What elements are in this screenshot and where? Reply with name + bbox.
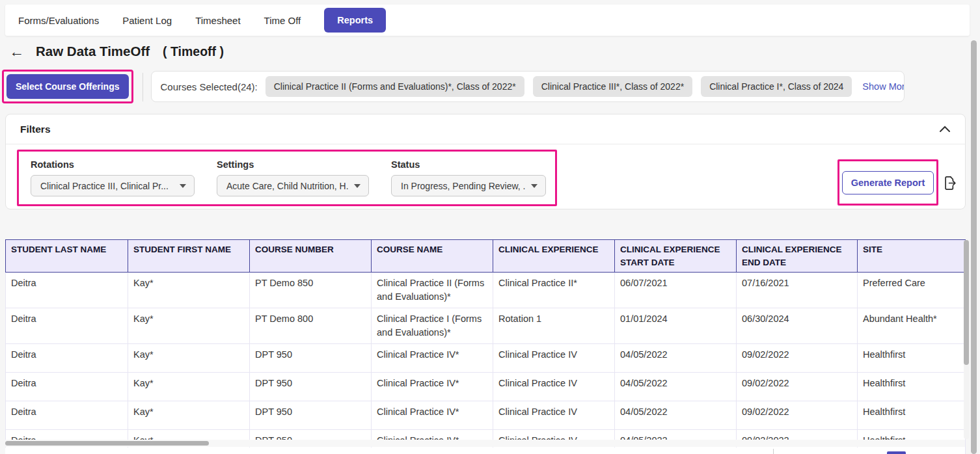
generate-report-button[interactable]: Generate Report — [842, 171, 934, 194]
select-course-highlight-box: Select Course Offerings — [2, 70, 133, 103]
table-cell: Kay* — [128, 401, 250, 430]
filter-label-rotations: Rotations — [31, 159, 195, 170]
table-cell: 04/05/2022 — [615, 401, 737, 430]
table-cell: Deitra — [6, 401, 128, 430]
table-scrollbar-thumb[interactable] — [964, 240, 969, 365]
table-row: DeitraKay*DPT 950Clinical Practice IV*Cl… — [6, 401, 966, 430]
table-cell: Clinical Practice IV — [493, 401, 615, 430]
report-table: STUDENT LAST NAMESTUDENT FIRST NAMECOURS… — [5, 239, 965, 454]
chevron-down-icon — [180, 184, 186, 188]
filter-field-rotations: RotationsClinical Practice III, Clinical… — [31, 159, 195, 204]
table-cell: Kay* — [128, 344, 250, 373]
filter-field-settings: SettingsAcute Care, Child Nutrition, H..… — [217, 159, 369, 204]
table-cell: 01/01/2024 — [615, 308, 737, 344]
page-scrollbar-thumb[interactable] — [971, 40, 977, 454]
filters-body: RotationsClinical Practice III, Clinical… — [6, 144, 965, 209]
chevron-down-icon — [354, 184, 361, 188]
chevron-down-icon — [531, 184, 538, 188]
course-selection-row: Select Course Offerings Courses Selected… — [2, 70, 905, 103]
filter-field-status: StatusIn Progress, Pending Review, ... — [391, 159, 546, 204]
column-header: SITE — [858, 240, 966, 273]
table-cell: Deitra — [6, 273, 128, 308]
filter-value-settings: Acute Care, Child Nutrition, H... — [226, 181, 349, 191]
collapse-chevron-up-icon[interactable] — [939, 124, 951, 135]
table-cell: Deitra — [6, 344, 128, 373]
filter-label-status: Status — [391, 159, 546, 170]
table-cell: Deitra — [6, 308, 128, 344]
table-cell: PT Demo 800 — [250, 308, 372, 344]
table-cell: Clinical Practice IV — [493, 373, 615, 401]
pagination-page-button-partial[interactable] — [887, 451, 906, 454]
table-cell: Preferred Care — [858, 273, 966, 308]
column-header: STUDENT FIRST NAME — [128, 240, 250, 273]
column-header: CLINICAL EXPERIENCE — [493, 240, 615, 273]
select-course-offerings-button[interactable]: Select Course Offerings — [7, 74, 129, 99]
back-arrow-icon[interactable]: ← — [9, 44, 24, 59]
column-header: CLINICAL EXPERIENCE END DATE — [737, 240, 858, 273]
top-navigation: Forms/EvaluationsPatient LogTimesheetTim… — [5, 5, 970, 36]
table-cell: 06/30/2024 — [737, 308, 858, 344]
table-cell: Kay* — [128, 273, 250, 308]
page-header: ← Raw Data TimeOff ( Timeoff ) — [9, 39, 224, 64]
table-cell: Kay* — [128, 373, 250, 401]
nav-tab-forms-evaluations[interactable]: Forms/Evaluations — [18, 15, 99, 26]
nav-tab-timesheet[interactable]: Timesheet — [195, 15, 240, 26]
table-cell: DPT 950 — [250, 373, 372, 401]
column-header: COURSE NAME — [372, 240, 493, 273]
table-cell: Clinical Practice IV — [493, 344, 615, 373]
courses-selected-card: Courses Selected(24): Clinical Practice … — [151, 71, 905, 102]
table-cell: Deitra — [6, 373, 128, 401]
column-header: STUDENT LAST NAME — [6, 240, 128, 273]
table-cell: 06/07/2021 — [615, 273, 737, 308]
table-row: DeitraKay*PT Demo 800Clinical Practice I… — [6, 308, 966, 344]
filter-label-settings: Settings — [217, 159, 369, 170]
table-row: DeitraKay*DPT 950Clinical Practice IV*Cl… — [6, 373, 966, 401]
course-chip-list: Clinical Practice II (Forms and Evaluati… — [265, 76, 852, 97]
horizontal-scrollbar-track — [5, 440, 965, 447]
table-cell: PT Demo 850 — [250, 273, 372, 308]
table-cell: 09/02/2022 — [737, 401, 858, 430]
table-cell: Clinical Practice II (Forms and Evaluati… — [372, 273, 493, 308]
filters-panel: Filters RotationsClinical Practice III, … — [5, 114, 966, 209]
table-cell: 04/05/2022 — [615, 344, 737, 373]
table-cell: Healthfirst — [858, 344, 966, 373]
nav-tab-patient-log[interactable]: Patient Log — [122, 15, 172, 26]
table-row: DeitraKay*PT Demo 850Clinical Practice I… — [6, 273, 966, 308]
page-subtitle: ( Timeoff ) — [163, 44, 224, 59]
filter-select-rotations[interactable]: Clinical Practice III, Clinical Pr... — [31, 175, 195, 196]
filters-header: Filters — [6, 114, 965, 144]
horizontal-scrollbar-thumb[interactable] — [5, 441, 209, 446]
table-cell: DPT 950 — [250, 401, 372, 430]
filter-fields-highlight-box: RotationsClinical Practice III, Clinical… — [17, 150, 557, 206]
table-cell: Clinical Practice IV* — [372, 401, 493, 430]
table-cell: Healthfirst — [858, 401, 966, 430]
course-chip: Clinical Practice II (Forms and Evaluati… — [265, 76, 524, 97]
nav-tab-reports[interactable]: Reports — [324, 8, 386, 33]
table-cell: Abundant Health* — [858, 308, 966, 344]
nav-tab-time-off[interactable]: Time Off — [264, 15, 301, 26]
table-cell: Clinical Practice I (Forms and Evaluatio… — [372, 308, 493, 344]
table-header-row: STUDENT LAST NAMESTUDENT FIRST NAMECOURS… — [6, 240, 966, 273]
table-cell: 09/02/2022 — [737, 344, 858, 373]
filter-select-status[interactable]: In Progress, Pending Review, ... — [391, 175, 546, 196]
show-more-link[interactable]: Show More — [862, 81, 904, 92]
course-chip: Clinical Practice III*, Class of 2022* — [533, 76, 692, 97]
table-row: DeitraKay*DPT 950Clinical Practice IV*Cl… — [6, 344, 966, 373]
table-cell: 09/02/2022 — [737, 373, 858, 401]
filter-value-status: In Progress, Pending Review, ... — [401, 181, 526, 191]
filter-value-rotations: Clinical Practice III, Clinical Pr... — [40, 181, 169, 191]
generate-report-highlight-box: Generate Report — [837, 159, 938, 206]
table-cell: Rotation 1 — [493, 308, 615, 344]
course-chip: Clinical Practice I*, Class of 2024 — [701, 76, 852, 97]
divider — [143, 73, 143, 101]
pagination-bar — [5, 447, 965, 454]
table-cell: Kay* — [128, 308, 250, 344]
filter-select-settings[interactable]: Acute Care, Child Nutrition, H... — [217, 175, 369, 196]
export-report-icon[interactable] — [942, 174, 959, 194]
table-cell: 07/16/2021 — [737, 273, 858, 308]
table-cell: Clinical Practice IV* — [372, 344, 493, 373]
page-title: Raw Data TimeOff — [36, 44, 150, 59]
filters-title: Filters — [20, 124, 51, 135]
column-header: CLINICAL EXPERIENCE START DATE — [615, 240, 737, 273]
column-header: COURSE NUMBER — [250, 240, 372, 273]
